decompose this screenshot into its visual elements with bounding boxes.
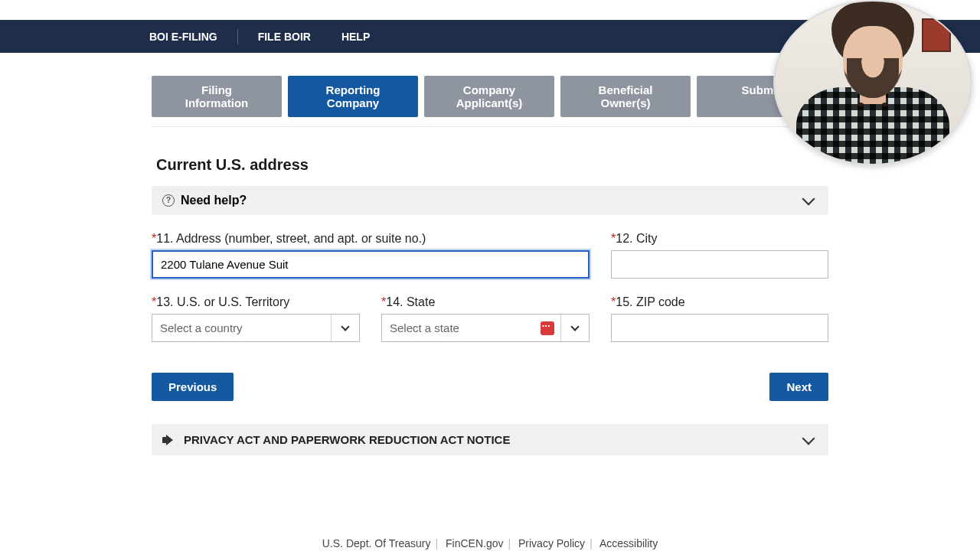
state-placeholder: Select a state: [382, 321, 541, 334]
territory-placeholder: Select a country: [152, 321, 331, 334]
password-manager-icon[interactable]: [541, 321, 554, 335]
megaphone-icon: [162, 434, 175, 446]
chevron-down-icon: [802, 432, 815, 445]
footer-accessibility[interactable]: Accessibility: [599, 537, 658, 549]
chevron-down-icon: [802, 193, 815, 206]
territory-select[interactable]: Select a country: [152, 314, 360, 342]
footer-privacy[interactable]: Privacy Policy: [518, 537, 585, 549]
tab-filing-information[interactable]: Filing Information: [152, 76, 282, 117]
footer-fincen[interactable]: FinCEN.gov: [446, 537, 503, 549]
zip-label: *15. ZIP code: [611, 295, 828, 309]
nav-brand[interactable]: BOI E-FILING: [149, 31, 217, 43]
tab-reporting-company[interactable]: Reporting Company: [288, 76, 418, 117]
state-label: *14. State: [381, 295, 590, 309]
next-button[interactable]: Next: [769, 373, 828, 401]
tab-company-applicants[interactable]: Company Applicant(s): [424, 76, 554, 117]
chevron-down-icon: [341, 322, 349, 331]
city-label: *12. City: [611, 232, 828, 246]
nav-file-boir[interactable]: FILE BOIR: [258, 31, 311, 43]
footer: U.S. Dept. Of Treasury| FinCEN.gov| Priv…: [0, 537, 980, 551]
privacy-notice-label: PRIVACY ACT AND PAPERWORK REDUCTION ACT …: [184, 433, 510, 446]
address-input[interactable]: [152, 250, 590, 279]
state-select[interactable]: Select a state: [381, 314, 590, 342]
territory-label: *13. U.S. or U.S. Territory: [152, 295, 360, 309]
step-tabs: Filing Information Reporting Company Com…: [152, 76, 828, 127]
section-title: Current U.S. address: [152, 156, 828, 174]
presenter-webcam: [773, 0, 972, 165]
address-label: *11. Address (number, street, and apt. o…: [152, 232, 590, 246]
chevron-down-icon: [570, 322, 579, 331]
zip-input[interactable]: [611, 314, 828, 342]
previous-button[interactable]: Previous: [152, 373, 234, 401]
nav-help[interactable]: HELP: [341, 31, 370, 43]
city-input[interactable]: [611, 250, 828, 279]
footer-treasury[interactable]: U.S. Dept. Of Treasury: [322, 537, 431, 549]
need-help-accordion[interactable]: Need help?: [152, 186, 828, 215]
privacy-notice-accordion[interactable]: PRIVACY ACT AND PAPERWORK REDUCTION ACT …: [152, 424, 828, 455]
help-icon: [162, 194, 175, 207]
tab-beneficial-owners[interactable]: Beneficial Owner(s): [560, 76, 691, 117]
need-help-label: Need help?: [181, 194, 247, 207]
divider: [237, 29, 238, 44]
